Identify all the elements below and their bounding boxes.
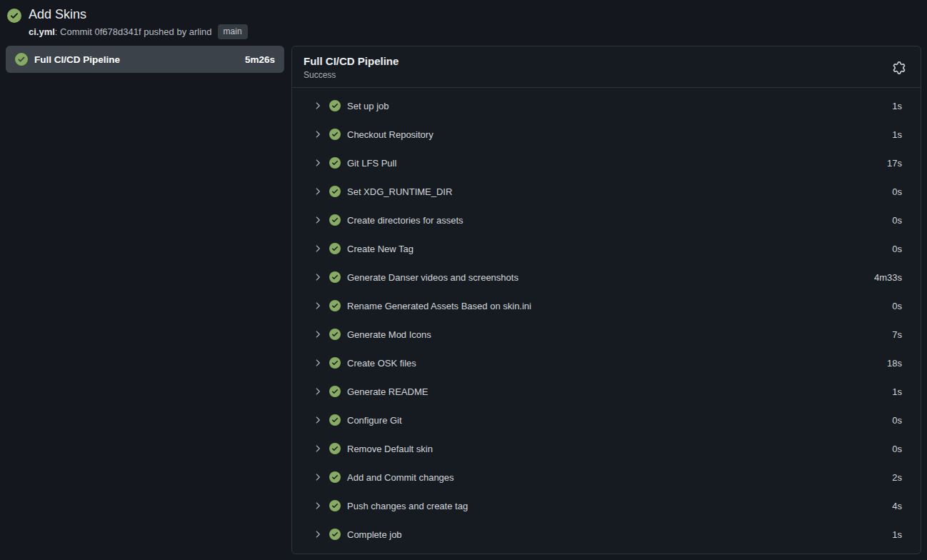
step-list: Set up job 1s Checkout Repository 1s G — [292, 88, 921, 554]
step-row[interactable]: Set XDG_RUNTIME_DIR 0s — [292, 177, 921, 206]
check-circle-icon — [7, 9, 21, 23]
branch-badge[interactable]: main — [218, 24, 248, 39]
step-duration: 1s — [892, 529, 902, 540]
step-row[interactable]: Remove Default skin 0s — [292, 434, 921, 463]
check-circle-icon — [329, 329, 341, 340]
chevron-right-icon — [313, 415, 323, 425]
workflow-run-page: Add Skins ci.yml: Commit 0f678d341f push… — [0, 0, 927, 560]
step-row[interactable]: Generate README 1s — [292, 377, 921, 406]
chevron-right-icon — [313, 101, 323, 111]
step-duration: 0s — [892, 215, 902, 226]
chevron-right-icon — [313, 158, 323, 168]
check-circle-icon — [329, 100, 341, 111]
job-sidebar: Full CI/CD Pipeline 5m26s — [6, 46, 284, 73]
commit-info: : Commit 0f678d341f pushed by arlind — [55, 26, 212, 39]
chevron-right-icon — [313, 244, 323, 254]
step-duration: 7s — [892, 329, 902, 340]
step-name: Create directories for assets — [347, 215, 886, 226]
step-row[interactable]: Set up job 1s — [292, 91, 921, 120]
chevron-right-icon — [313, 386, 323, 396]
commit-line: ci.yml: Commit 0f678d341f pushed by arli… — [29, 24, 248, 39]
chevron-right-icon — [313, 444, 323, 454]
step-name: Set XDG_RUNTIME_DIR — [347, 186, 886, 197]
check-circle-icon — [329, 471, 341, 483]
chevron-right-icon — [313, 529, 323, 539]
step-name: Create New Tag — [347, 244, 886, 254]
workflow-file-name: ci.yml — [29, 26, 55, 39]
job-name: Full CI/CD Pipeline — [34, 54, 239, 65]
step-row[interactable]: Checkout Repository 1s — [292, 120, 921, 149]
step-duration: 4s — [892, 501, 902, 511]
step-duration: 0s — [892, 244, 902, 254]
step-duration: 0s — [892, 186, 902, 197]
check-circle-icon — [329, 414, 341, 426]
step-name: Generate Mod Icons — [347, 329, 886, 340]
step-name: Create OSK files — [347, 358, 881, 369]
job-status-text: Success — [304, 70, 889, 81]
chevron-right-icon — [313, 186, 323, 196]
chevron-right-icon — [313, 215, 323, 225]
chevron-right-icon — [313, 501, 323, 511]
chevron-right-icon — [313, 301, 323, 311]
job-panel-title: Full CI/CD Pipeline — [304, 54, 889, 69]
step-name: Remove Default skin — [347, 444, 886, 454]
check-circle-icon — [329, 271, 341, 283]
chevron-right-icon — [313, 272, 323, 282]
step-row[interactable]: Push changes and create tag 4s — [292, 491, 921, 520]
step-name: Configure Git — [347, 415, 886, 426]
run-header: Add Skins ci.yml: Commit 0f678d341f push… — [6, 4, 921, 39]
job-duration: 5m26s — [245, 54, 275, 65]
step-duration: 0s — [892, 415, 902, 426]
step-duration: 1s — [892, 386, 902, 397]
sidebar-job-full-cicd-pipeline[interactable]: Full CI/CD Pipeline 5m26s — [6, 46, 284, 73]
step-name: Complete job — [347, 529, 886, 540]
check-circle-icon — [15, 53, 28, 66]
run-content: Full CI/CD Pipeline 5m26s Full CI/CD Pip… — [6, 46, 921, 554]
job-panel-header-text: Full CI/CD Pipeline Success — [304, 54, 889, 81]
chevron-right-icon — [313, 358, 323, 368]
step-name: Generate README — [347, 386, 886, 397]
step-row[interactable]: Configure Git 0s — [292, 406, 921, 434]
check-circle-icon — [329, 386, 341, 397]
check-circle-icon — [329, 443, 341, 454]
run-title: Add Skins — [29, 6, 248, 23]
step-row[interactable]: Add and Commit changes 2s — [292, 463, 921, 491]
step-name: Add and Commit changes — [347, 472, 886, 483]
chevron-right-icon — [313, 129, 323, 139]
step-name: Rename Generated Assets Based on skin.in… — [347, 301, 886, 311]
job-detail-panel: Full CI/CD Pipeline Success Set up job — [291, 46, 921, 554]
step-row[interactable]: Generate Mod Icons 7s — [292, 320, 921, 349]
step-name: Generate Danser videos and screenshots — [347, 272, 868, 283]
check-circle-icon — [329, 243, 341, 254]
step-row[interactable]: Create directories for assets 0s — [292, 206, 921, 234]
step-row[interactable]: Generate Danser videos and screenshots 4… — [292, 263, 921, 291]
chevron-right-icon — [313, 329, 323, 339]
step-duration: 0s — [892, 301, 902, 311]
step-duration: 1s — [892, 101, 902, 111]
step-row[interactable]: Rename Generated Assets Based on skin.in… — [292, 291, 921, 320]
check-circle-icon — [329, 129, 341, 140]
check-circle-icon — [329, 157, 341, 169]
check-circle-icon — [329, 300, 341, 311]
step-duration: 4m33s — [874, 272, 902, 283]
step-duration: 1s — [892, 129, 902, 140]
step-name: Git LFS Pull — [347, 158, 881, 169]
check-circle-icon — [329, 186, 341, 197]
step-row[interactable]: Complete job 1s — [292, 520, 921, 549]
step-row[interactable]: Create New Tag 0s — [292, 234, 921, 263]
step-duration: 0s — [892, 444, 902, 454]
check-circle-icon — [329, 214, 341, 226]
step-duration: 17s — [887, 158, 902, 169]
step-name: Set up job — [347, 101, 886, 111]
step-row[interactable]: Git LFS Pull 17s — [292, 149, 921, 177]
step-name: Push changes and create tag — [347, 501, 886, 511]
step-name: Checkout Repository — [347, 129, 886, 140]
run-header-text: Add Skins ci.yml: Commit 0f678d341f push… — [29, 6, 248, 39]
step-duration: 18s — [887, 358, 902, 369]
job-panel-header: Full CI/CD Pipeline Success — [292, 46, 921, 88]
check-circle-icon — [329, 357, 341, 369]
gear-icon[interactable] — [889, 58, 909, 78]
check-circle-icon — [329, 529, 341, 540]
chevron-right-icon — [313, 472, 323, 482]
step-row[interactable]: Create OSK files 18s — [292, 349, 921, 377]
